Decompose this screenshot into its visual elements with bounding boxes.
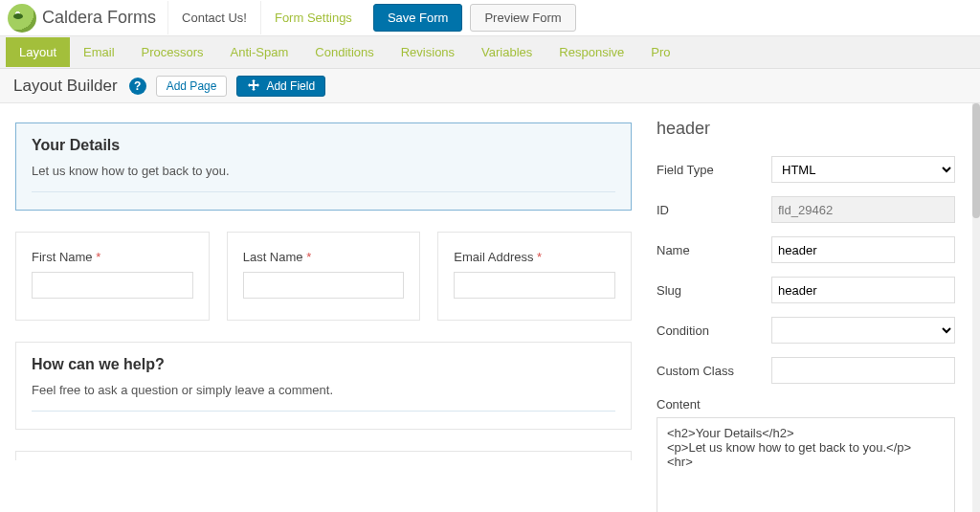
caldera-logo-icon [8,4,36,33]
required-asterisk: * [537,250,542,264]
required-asterisk: * [306,250,311,264]
field-type-select[interactable]: HTML [771,156,955,183]
block-heading: How can we help? [32,356,615,373]
name-label: Name [657,243,762,257]
builder-title: Layout Builder [13,77,118,96]
add-field-label: Add Field [266,79,315,93]
move-icon [247,79,260,93]
row-slug: Slug [657,277,955,303]
field-inspector: header Field Type HTML ID Name Slug [647,103,972,512]
field-label: Last Name * [243,250,405,264]
block-text: Let us know how to get back to you. [32,164,615,178]
content-label: Content [657,397,955,412]
help-icon[interactable]: ? [129,78,146,95]
top-bar: Caldera Forms Contact Us! Form Settings … [0,0,980,36]
condition-label: Condition [657,323,762,338]
form-settings-link[interactable]: Form Settings [261,1,366,34]
tab-revisions[interactable]: Revisions [388,37,468,67]
text-input[interactable] [243,272,405,299]
inspector-title: header [657,119,955,139]
tab-pro[interactable]: Pro [637,37,683,67]
html-block-help[interactable]: How can we help? Feel free to ask a ques… [15,342,632,430]
html-block-header[interactable]: Your Details Let us know how to get back… [15,122,632,211]
tab-anti-spam[interactable]: Anti-Spam [217,37,302,67]
main: Your Details Let us know how to get back… [0,103,980,512]
layout-canvas: Your Details Let us know how to get back… [0,103,647,512]
field-first-name[interactable]: First Name * [15,232,210,321]
row-name: Name [657,236,955,263]
name-field[interactable] [771,236,955,263]
tab-email[interactable]: Email [70,37,128,67]
field-type-label: Field Type [657,163,762,177]
field-label: First Name * [32,250,193,264]
slug-field[interactable] [771,277,955,303]
tab-processors[interactable]: Processors [128,37,217,67]
empty-block[interactable] [15,451,632,460]
tab-conditions[interactable]: Conditions [301,37,387,67]
tab-responsive[interactable]: Responsive [546,37,637,67]
custom-class-label: Custom Class [657,364,762,378]
block-text: Feel free to ask a question or simply le… [32,383,615,397]
builder-toolbar: Layout Builder ? Add Page Add Field [0,69,980,103]
field-label-text: First Name [32,250,93,264]
row-condition: Condition [657,317,955,344]
block-heading: Your Details [32,137,615,154]
save-form-button[interactable]: Save Form [373,4,463,32]
id-field [771,196,955,223]
id-label: ID [657,203,762,217]
add-field-button[interactable]: Add Field [236,76,325,97]
field-label: Email Address * [454,250,615,264]
field-last-name[interactable]: Last Name * [227,232,421,321]
block-divider [32,411,615,412]
field-email-address[interactable]: Email Address * [437,232,632,321]
field-label-text: Email Address [454,250,533,264]
slug-label: Slug [657,283,762,298]
form-name-tab[interactable]: Contact Us! [167,1,261,34]
condition-select[interactable] [771,317,955,344]
row-field-type: Field Type HTML [657,156,955,183]
text-input[interactable] [32,272,193,299]
fields-row: First Name * Last Name * Email Address * [15,232,632,321]
field-label-text: Last Name [243,250,303,264]
preview-form-button[interactable]: Preview Form [470,4,575,32]
vertical-scrollbar[interactable] [972,103,980,512]
custom-class-field[interactable] [771,357,955,384]
block-divider [32,191,615,192]
tab-nav: Layout Email Processors Anti-Spam Condit… [0,36,980,69]
required-asterisk: * [96,250,100,264]
row-custom-class: Custom Class [657,357,955,384]
add-page-button[interactable]: Add Page [156,76,228,97]
tab-variables[interactable]: Variables [468,37,546,67]
content-textarea[interactable]: <h2>Your Details</h2> <p>Let us know how… [657,417,955,512]
app-title: Caldera Forms [42,8,156,28]
logo: Caldera Forms [8,4,167,33]
tab-layout[interactable]: Layout [6,37,70,67]
text-input[interactable] [454,272,615,299]
row-id: ID [657,196,955,223]
